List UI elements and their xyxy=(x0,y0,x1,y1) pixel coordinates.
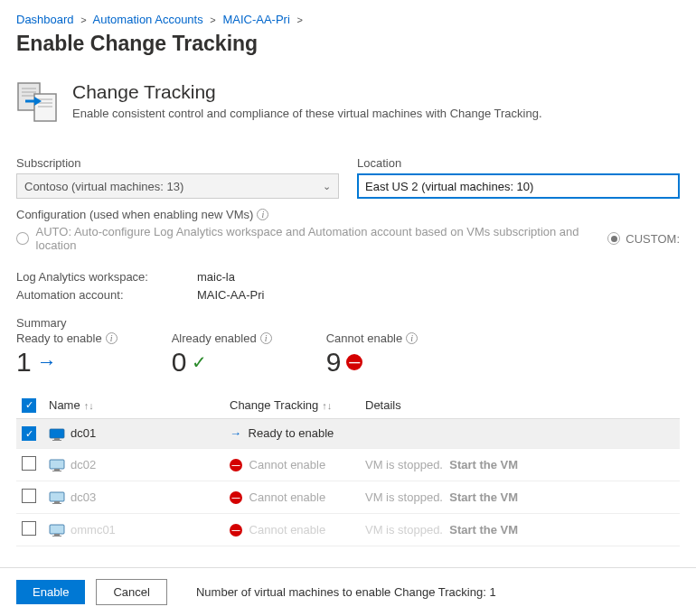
info-icon[interactable]: i xyxy=(106,332,118,344)
summary-ready-label: Ready to enable xyxy=(16,331,102,345)
vm-name: dc01 xyxy=(71,426,96,440)
subscription-label: Subscription xyxy=(16,156,339,170)
vm-status: — Cannot enable xyxy=(224,449,360,481)
info-icon[interactable]: i xyxy=(260,332,272,344)
vm-status: → Ready to enable xyxy=(224,418,360,449)
vm-icon xyxy=(49,523,71,537)
check-icon: ✓ xyxy=(192,351,207,373)
footer-bar: Enable Cancel Number of virtual machines… xyxy=(0,567,696,616)
chevron-right-icon: > xyxy=(293,14,306,25)
auto-radio-label: AUTO: Auto-configure Log Analytics works… xyxy=(36,225,601,252)
svg-rect-8 xyxy=(50,429,64,438)
table-row[interactable]: ommc01— Cannot enableVM is stopped. Star… xyxy=(16,514,680,546)
automation-account-value: MAIC-AA-Pri xyxy=(197,286,264,304)
automation-account-label: Automation account: xyxy=(16,286,197,304)
col-details[interactable]: Details xyxy=(365,398,401,412)
breadcrumb-dashboard[interactable]: Dashboard xyxy=(16,13,74,26)
breadcrumb-automation-accounts[interactable]: Automation Accounts xyxy=(93,13,203,26)
start-vm-link[interactable]: Start the VM xyxy=(449,458,518,471)
forbid-icon: — xyxy=(346,354,362,370)
info-icon[interactable]: i xyxy=(406,332,418,344)
custom-radio[interactable] xyxy=(607,232,620,245)
footer-count-text: Number of virtual machines to enable Cha… xyxy=(196,585,496,599)
row-checkbox[interactable] xyxy=(22,456,36,471)
summary-already[interactable]: Already enabled i 0✓ xyxy=(172,331,272,378)
svg-rect-17 xyxy=(50,525,64,534)
svg-rect-14 xyxy=(50,492,64,501)
summary-ready-value: 1 xyxy=(16,347,32,378)
location-value: East US 2 (virtual machines: 10) xyxy=(365,180,533,193)
chevron-right-icon: > xyxy=(77,14,89,25)
summary-cannot-value: 9 xyxy=(326,347,342,378)
log-workspace-value: maic-la xyxy=(197,268,264,286)
location-label: Location xyxy=(357,156,680,170)
select-all-checkbox[interactable]: ✓ xyxy=(22,398,36,413)
row-checkbox[interactable] xyxy=(22,489,36,503)
hero-title: Change Tracking xyxy=(72,81,542,103)
change-tracking-icon xyxy=(16,81,58,126)
svg-rect-9 xyxy=(54,438,60,440)
table-row[interactable]: ✓dc01→ Ready to enable xyxy=(16,418,680,449)
table-row[interactable]: dc03— Cannot enableVM is stopped. Start … xyxy=(16,481,680,514)
hero-section: Change Tracking Enable consistent contro… xyxy=(16,81,680,126)
vm-table: ✓ Name↑↓ Change Tracking↑↓ Details ✓dc01… xyxy=(16,392,680,546)
cancel-button[interactable]: Cancel xyxy=(96,579,166,605)
arrow-right-icon: → xyxy=(37,350,57,374)
chevron-right-icon: > xyxy=(206,14,219,25)
vm-icon xyxy=(49,426,71,440)
start-vm-link[interactable]: Start the VM xyxy=(449,490,518,504)
svg-rect-12 xyxy=(54,469,60,471)
start-vm-link[interactable]: Start the VM xyxy=(449,523,518,537)
summary-ready[interactable]: Ready to enable i 1→ xyxy=(16,331,118,378)
enable-button[interactable]: Enable xyxy=(16,580,85,604)
vm-status: — Cannot enable xyxy=(224,514,360,546)
subscription-select[interactable]: Contoso (virtual machines: 13) ⌄ xyxy=(16,173,339,199)
row-checkbox[interactable]: ✓ xyxy=(22,426,36,441)
summary-label: Summary xyxy=(16,316,680,330)
auto-radio[interactable] xyxy=(16,232,29,245)
vm-name: dc02 xyxy=(71,458,96,471)
configuration-label: Configuration (used when enabling new VM… xyxy=(16,208,680,221)
vm-details xyxy=(360,418,680,449)
sort-icon[interactable]: ↑↓ xyxy=(84,400,94,411)
forbid-icon: — xyxy=(230,524,242,537)
svg-rect-4 xyxy=(34,94,56,121)
vm-details: VM is stopped. Start the VM xyxy=(360,481,680,514)
svg-rect-13 xyxy=(52,471,61,471)
summary-already-label: Already enabled xyxy=(172,331,257,345)
summary-already-value: 0 xyxy=(172,347,187,378)
vm-details: VM is stopped. Start the VM xyxy=(360,514,680,546)
vm-icon xyxy=(49,458,71,471)
svg-rect-10 xyxy=(52,440,61,441)
col-name[interactable]: Name xyxy=(49,398,80,412)
summary-cannot-label: Cannot enable xyxy=(326,331,403,345)
vm-status: — Cannot enable xyxy=(224,481,360,514)
table-row[interactable]: dc02— Cannot enableVM is stopped. Start … xyxy=(16,449,680,481)
hero-description: Enable consistent control and compliance… xyxy=(72,107,542,120)
breadcrumb: Dashboard > Automation Accounts > MAIC-A… xyxy=(16,9,680,26)
vm-name: dc03 xyxy=(71,490,96,504)
vm-details: VM is stopped. Start the VM xyxy=(360,449,680,481)
sort-icon[interactable]: ↑↓ xyxy=(322,400,332,411)
forbid-icon: — xyxy=(230,459,242,471)
breadcrumb-maic-aa-pri[interactable]: MAIC-AA-Pri xyxy=(222,13,289,26)
location-select[interactable]: East US 2 (virtual machines: 10) xyxy=(357,173,680,199)
svg-rect-16 xyxy=(52,503,61,504)
svg-rect-11 xyxy=(50,460,64,469)
svg-rect-15 xyxy=(54,501,60,503)
arrow-right-icon: → xyxy=(230,426,241,440)
log-workspace-label: Log Analytics workspace: xyxy=(16,268,197,286)
page-title: Enable Change Tracking xyxy=(16,32,680,56)
custom-radio-label: CUSTOM: xyxy=(625,232,680,246)
vm-icon xyxy=(49,490,71,504)
info-icon[interactable]: i xyxy=(257,209,268,220)
forbid-icon: — xyxy=(230,491,242,504)
vm-name: ommc01 xyxy=(71,523,116,537)
summary-cannot[interactable]: Cannot enable i 9— xyxy=(326,331,419,378)
row-checkbox[interactable] xyxy=(22,521,36,536)
chevron-down-icon: ⌄ xyxy=(323,181,331,192)
svg-rect-19 xyxy=(52,536,61,537)
subscription-value: Contoso (virtual machines: 13) xyxy=(24,180,183,193)
svg-rect-18 xyxy=(54,534,60,536)
col-tracking[interactable]: Change Tracking xyxy=(230,398,318,412)
